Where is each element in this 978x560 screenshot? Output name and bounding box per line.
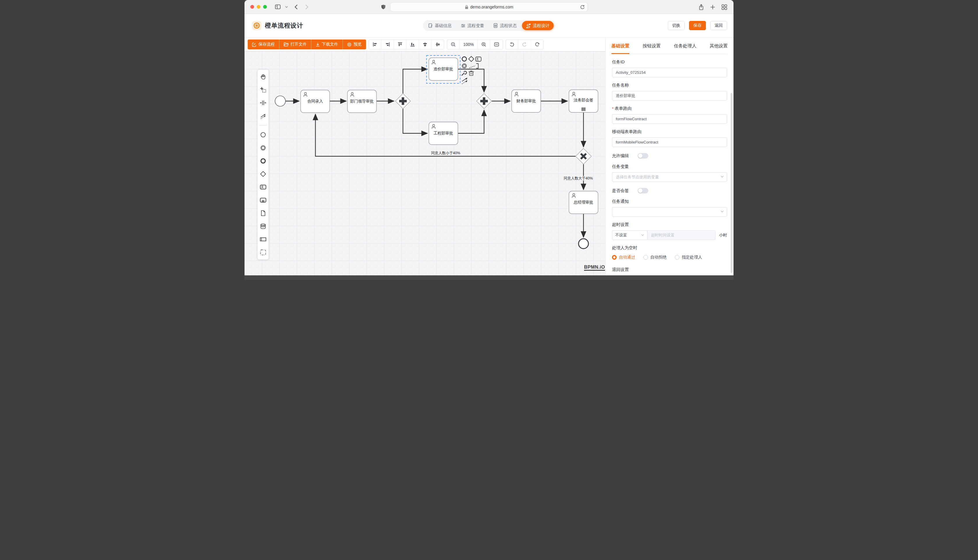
user-task-icon[interactable]	[259, 183, 267, 191]
save-button[interactable]: 保存	[689, 21, 706, 30]
reset-icon[interactable]	[531, 40, 543, 49]
edge-label-gt40[interactable]: 同意人数大于40%	[564, 176, 593, 180]
start-event[interactable]	[275, 96, 286, 106]
task-general-manager-approval[interactable]: 总经理审批	[569, 191, 598, 214]
fit-viewport-icon[interactable]	[490, 40, 503, 49]
tab-other-settings[interactable]: 其他设置	[710, 43, 728, 54]
tab-button-settings[interactable]: 按钮设置	[643, 43, 661, 54]
task-department-leader-approval[interactable]: 部门领导审批	[348, 90, 376, 113]
task-legal-countersign[interactable]: 法务部会签	[569, 90, 598, 112]
countersign-toggle[interactable]	[637, 188, 648, 193]
data-store-icon[interactable]	[259, 222, 267, 230]
undo-icon[interactable]	[506, 40, 518, 49]
flow-gateway1-to-cost[interactable]	[403, 69, 427, 93]
zoom-window-button[interactable]	[263, 5, 267, 9]
tab-overview-icon[interactable]	[722, 4, 727, 10]
align-top-icon[interactable]	[394, 40, 406, 49]
back-button[interactable]: 返回	[710, 21, 727, 30]
new-tab-icon[interactable]	[710, 5, 715, 10]
align-bottom-icon[interactable]	[406, 40, 419, 49]
timeout-mode-select[interactable]: 不设置	[612, 230, 647, 240]
delete-trash-icon[interactable]	[469, 71, 474, 75]
intermediate-event-icon[interactable]	[259, 144, 267, 152]
privacy-shield-icon[interactable]	[381, 4, 386, 10]
save-process-button[interactable]: 保存流程	[248, 40, 279, 49]
append-text-annotation-icon[interactable]	[469, 63, 478, 68]
append-end-event-icon[interactable]	[462, 57, 466, 61]
align-center-horizontal-icon[interactable]	[419, 40, 431, 49]
diagram-toolbar: 保存流程 打开文件 下载文件 预览	[244, 38, 605, 52]
multi-instance-marker	[582, 107, 585, 111]
parallel-gateway-split[interactable]	[395, 93, 411, 108]
call-activity-icon[interactable]	[259, 197, 267, 204]
close-window-button[interactable]	[250, 5, 254, 9]
share-icon[interactable]	[699, 4, 704, 10]
tab-basic-info[interactable]: 基础信息	[425, 21, 456, 30]
edge-label-lt40[interactable]: 同意人数小于40%	[431, 151, 460, 155]
tab-basic-settings[interactable]: 基础设置	[612, 43, 629, 54]
align-left-icon[interactable]	[369, 40, 381, 49]
wrench-change-type-icon[interactable]	[461, 71, 466, 75]
hand-tool-icon[interactable]	[259, 73, 267, 80]
lasso-tool-icon[interactable]	[259, 86, 267, 93]
start-event-icon[interactable]	[259, 131, 267, 138]
flow-cost-to-gateway2[interactable]	[458, 69, 484, 92]
radio-auto-pass[interactable]: 自动通过	[612, 255, 635, 260]
task-cost-approval-selected[interactable]: 造价部审批	[426, 55, 460, 83]
append-gateway-icon[interactable]	[469, 57, 474, 62]
task-notify-select[interactable]	[612, 207, 727, 217]
minimize-window-button[interactable]	[257, 5, 261, 9]
bpmn-io-watermark[interactable]: BPMN.iO	[584, 265, 605, 271]
append-task-icon[interactable]	[476, 57, 481, 61]
preview-button[interactable]: 预览	[343, 40, 366, 49]
zoom-in-icon[interactable]	[478, 40, 490, 49]
mobile-form-route-input[interactable]	[612, 137, 727, 147]
redo-icon[interactable]	[518, 40, 531, 49]
tab-task-assignee[interactable]: 任务处理人	[674, 43, 697, 54]
align-right-icon[interactable]	[381, 40, 394, 49]
append-intermediate-event-icon[interactable]	[462, 64, 466, 68]
radio-assign-handler[interactable]: 指定处理人	[675, 255, 702, 260]
form-route-input[interactable]	[612, 114, 727, 124]
panel-scrollbar[interactable]	[731, 93, 732, 273]
radio-auto-reject[interactable]: 自动拒绝	[644, 255, 667, 260]
allow-edit-toggle[interactable]	[637, 153, 648, 158]
task-engineering-approval[interactable]: 工程部审批	[429, 122, 458, 145]
group-icon[interactable]	[259, 248, 267, 256]
reload-icon[interactable]	[580, 5, 585, 10]
tab-process-status[interactable]: 流程状态	[490, 21, 521, 30]
flow-engineering-to-gateway2[interactable]	[458, 110, 484, 133]
mobile-form-route-label: 移动端表单路由	[612, 129, 727, 135]
sidebar-chevron-icon[interactable]	[285, 6, 288, 8]
space-tool-icon[interactable]	[259, 99, 267, 107]
bpmn-canvas[interactable]: 同意人数小于40% 同意人数大于40% 合同录入 部门领导审批	[244, 52, 605, 275]
task-name-input[interactable]	[612, 91, 727, 100]
parallel-gateway-join[interactable]	[476, 93, 492, 108]
participant-pool-icon[interactable]	[259, 235, 267, 243]
end-event-icon[interactable]	[259, 157, 267, 165]
exclusive-gateway[interactable]	[576, 148, 591, 164]
open-file-button[interactable]: 打开文件	[279, 40, 311, 49]
forward-button-icon[interactable]	[305, 4, 308, 10]
connect-tool-icon[interactable]	[462, 78, 467, 84]
task-variable-select[interactable]	[612, 172, 727, 182]
timeout-time-input[interactable]	[647, 230, 716, 240]
task-label: 部门领导审批	[350, 99, 374, 103]
global-connect-tool-icon[interactable]	[259, 112, 267, 120]
task-id-input[interactable]	[612, 68, 727, 77]
download-file-button[interactable]: 下载文件	[311, 40, 343, 49]
switch-button[interactable]: 切换	[668, 21, 685, 30]
zoom-out-icon[interactable]	[447, 40, 460, 49]
flow-gateway1-to-engineering[interactable]	[403, 108, 427, 133]
task-contract-entry[interactable]: 合同录入	[301, 90, 330, 113]
gateway-icon[interactable]	[259, 170, 267, 178]
data-object-icon[interactable]	[259, 209, 267, 217]
end-event[interactable]	[578, 239, 588, 248]
tab-process-design[interactable]: 流程设计	[522, 21, 554, 30]
tab-process-variables[interactable]: 流程变量	[457, 21, 488, 30]
back-button-icon[interactable]	[294, 4, 298, 10]
sidebar-toggle-icon[interactable]	[275, 4, 281, 9]
task-finance-approval[interactable]: 财务部审批	[512, 90, 541, 112]
align-middle-vertical-icon[interactable]	[431, 40, 444, 49]
address-bar[interactable]: demo.orangeforms.com	[390, 2, 588, 12]
